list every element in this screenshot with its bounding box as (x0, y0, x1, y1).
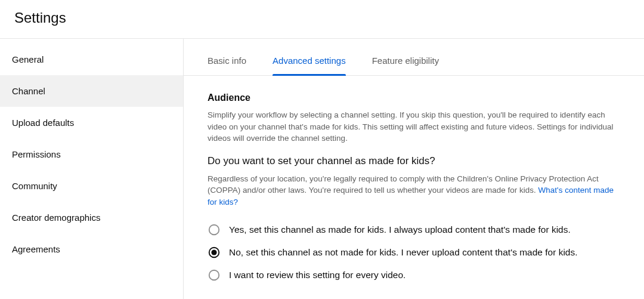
sidebar-item-agreements[interactable]: Agreements (0, 233, 183, 265)
settings-body: General Channel Upload defaults Permissi… (0, 39, 644, 299)
svg-point-3 (209, 270, 219, 280)
svg-point-0 (209, 225, 219, 235)
sidebar-item-general[interactable]: General (0, 44, 183, 75)
tab-advanced-settings[interactable]: Advanced settings (273, 39, 346, 75)
sidebar-item-community[interactable]: Community (0, 170, 183, 202)
sidebar-item-creator-demographics[interactable]: Creator demographics (0, 202, 183, 233)
tab-feature-eligibility[interactable]: Feature eligibility (372, 39, 439, 75)
audience-heading: Audience (208, 93, 620, 103)
radio-label: I want to review this setting for every … (229, 270, 405, 280)
tab-bar: Basic info Advanced settings Feature eli… (184, 39, 644, 76)
audience-radio-group: Yes, set this channel as made for kids. … (208, 218, 620, 286)
audience-legal: Regardless of your location, you're lega… (208, 173, 620, 208)
sidebar-item-permissions[interactable]: Permissions (0, 138, 183, 170)
sidebar-item-upload-defaults[interactable]: Upload defaults (0, 107, 183, 138)
tab-basic-info[interactable]: Basic info (208, 39, 246, 75)
sidebar-item-channel[interactable]: Channel (0, 75, 183, 107)
svg-point-2 (211, 250, 216, 255)
radio-unchecked-icon (208, 223, 221, 236)
radio-label: No, set this channel as not made for kid… (229, 247, 578, 258)
settings-sidebar: General Channel Upload defaults Permissi… (0, 39, 184, 299)
settings-header: Settings (0, 0, 644, 38)
radio-label: Yes, set this channel as made for kids. … (229, 224, 571, 235)
audience-description: Simplify your workflow by selecting a ch… (208, 109, 620, 144)
page-title: Settings (14, 10, 630, 26)
audience-question: Do you want to set your channel as made … (208, 155, 620, 167)
radio-made-for-kids-yes[interactable]: Yes, set this channel as made for kids. … (208, 218, 620, 241)
advanced-settings-content: Audience Simplify your workflow by selec… (184, 76, 644, 286)
radio-review-per-video[interactable]: I want to review this setting for every … (208, 264, 620, 286)
settings-main: Basic info Advanced settings Feature eli… (184, 39, 644, 299)
radio-made-for-kids-no[interactable]: No, set this channel as not made for kid… (208, 241, 620, 264)
radio-unchecked-icon (208, 269, 221, 282)
radio-checked-icon (208, 246, 221, 259)
